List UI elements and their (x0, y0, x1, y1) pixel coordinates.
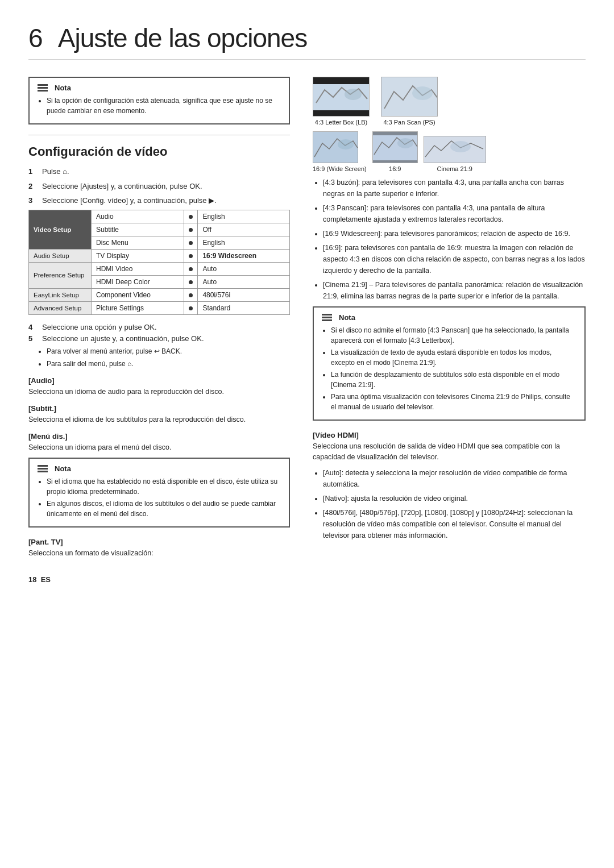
ps-image (381, 77, 438, 117)
hdmi-bullet-item: [Auto]: detecta y selecciona la mejor re… (323, 467, 586, 490)
nota2-list: Si el idioma que ha establecido no está … (38, 476, 281, 519)
svg-rect-10 (373, 160, 418, 163)
pant-tv-title: [Pant. TV] (28, 538, 290, 546)
ps-caption: 4:3 Pan Scan (PS) (381, 119, 438, 126)
svg-rect-1 (313, 77, 370, 84)
cin-caption: Cinema 21:9 (424, 165, 486, 172)
nota-icon-2 (38, 465, 48, 472)
svg-point-3 (345, 89, 362, 100)
lb-image-box: 4:3 Letter Box (LB) (313, 77, 370, 126)
svg-rect-8 (373, 132, 418, 163)
svg-rect-9 (373, 132, 418, 135)
format-bullets-list: [4:3 buzón]: para televisores con pantal… (313, 177, 586, 302)
steps-list: 1 Pulse ⌂. 2 Seleccione [Ajustes] y, a c… (28, 166, 290, 206)
cin-image-box: Cinema 21:9 (424, 136, 486, 172)
nota-box-2: Nota Si el idioma que ha establecido no … (28, 458, 290, 528)
nota1-list: Si la opción de configuración está atenu… (38, 95, 281, 116)
hdmi-bullets-list: [Auto]: detecta y selecciona la mejor re… (313, 467, 586, 541)
menu-dis-text: Selecciona un idioma para el menú del di… (28, 442, 290, 453)
steps-4-5: 4 Seleccione una opción y pulse OK. 5 Se… (28, 323, 290, 370)
step-3: 3 Seleccione [Config. vídeo] y, a contin… (28, 195, 290, 206)
lb-caption: 4:3 Letter Box (LB) (313, 119, 370, 126)
step-5-row: 5 Seleccione un ajuste y, a continuación… (28, 334, 290, 343)
nota-box-1: Nota Si la opción de configuración está … (28, 77, 290, 124)
page-title: 6 Ajuste de las opciones (28, 23, 586, 60)
nota3-list: Si el disco no admite el formato [4:3 Pa… (322, 325, 576, 412)
svg-point-13 (450, 141, 471, 152)
format-bullet-item: [4:3 Panscan]: para televisores con pant… (323, 202, 586, 225)
svg-point-11 (397, 138, 413, 148)
pant-tv-text: Selecciona un formato de visualización: (28, 548, 290, 559)
format-bullet-item: [Cinema 21:9] – Para televisores de pant… (323, 279, 586, 302)
audio-text: Selecciona un idioma de audio para la re… (28, 387, 290, 397)
subtit-text: Selecciona el idioma de los subtítulos p… (28, 414, 290, 425)
hdmi-bullet-item: [480i/576i], [480p/576p], [720p], [1080i… (323, 507, 586, 541)
svg-point-5 (412, 86, 433, 100)
step-1: 1 Pulse ⌂. (28, 166, 290, 177)
step-2: 2 Seleccione [Ajustes] y, a continuación… (28, 181, 290, 192)
nota-icon-3 (322, 314, 332, 321)
ws-image (313, 131, 358, 163)
subtit-title: [Subtít.] (28, 404, 290, 413)
s16-image-box: 16:9 (372, 131, 418, 172)
audio-title: [Audio] (28, 376, 290, 385)
hdmi-video-text: Selecciona una resolución de salida de v… (313, 441, 586, 463)
s16-image (372, 131, 418, 163)
nota-header-2: Nota (38, 464, 281, 473)
s16-caption: 16:9 (372, 165, 418, 172)
format-bullet-item: [16:9 Widescreen]: para televisores pano… (323, 228, 586, 239)
tv-format-images-row2: 16:9 (Wide Screen) 16:9 (313, 131, 586, 172)
ws-caption: 16:9 (Wide Screen) (313, 165, 367, 172)
nota-icon-1 (38, 84, 48, 92)
hdmi-video-title: [Vídeo HDMI] (313, 431, 586, 439)
tv-format-images-row1: 4:3 Letter Box (LB) 4:3 Pan Scan (PS) (313, 77, 586, 126)
nota-box-3: Nota Si el disco no admite el formato [4… (313, 306, 586, 421)
svg-point-7 (338, 139, 354, 149)
nota-header-3: Nota (322, 313, 576, 322)
cin-image (424, 136, 486, 163)
ws-image-box: 16:9 (Wide Screen) (313, 131, 367, 172)
sub-steps: Para volver al menú anterior, pulse ↩ BA… (28, 346, 290, 370)
ps-image-box: 4:3 Pan Scan (PS) (381, 77, 438, 126)
format-bullet-item: [16:9]: para televisores con pantalla de… (323, 242, 586, 276)
config-video-title: Configuración de vídeo (28, 144, 290, 159)
nota-header-1: Nota (38, 84, 281, 92)
menu-table: Video SetupAudioEnglishSubtitleOffDisc M… (28, 210, 290, 315)
hdmi-bullet-item: [Nativo]: ajusta la resolución de vídeo … (323, 493, 586, 504)
page-number-label: 18 ES (28, 575, 290, 584)
format-bullet-item: [4:3 buzón]: para televisores con pantal… (323, 177, 586, 200)
menu-dis-title: [Menú dis.] (28, 432, 290, 441)
svg-rect-2 (313, 110, 370, 117)
lb-image (313, 77, 370, 117)
step-4-row: 4 Seleccione una opción y pulse OK. (28, 323, 290, 331)
